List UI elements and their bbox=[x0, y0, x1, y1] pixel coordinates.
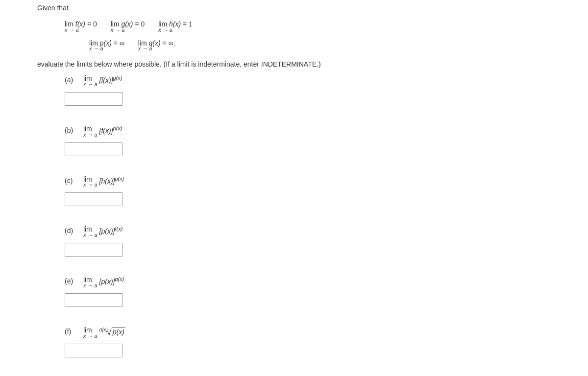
limit-q: lim q(x) = ∞, x → a bbox=[138, 40, 175, 52]
answer-input-c[interactable] bbox=[65, 192, 122, 206]
part-d: (d) lim x → a [p(x)]f(x) bbox=[65, 226, 588, 238]
given-limits-row-2: lim p(x) = ∞ x → a lim q(x) = ∞, x → a bbox=[89, 40, 588, 52]
part-a-lim: lim x → a bbox=[83, 75, 98, 87]
part-b-label: (b) bbox=[65, 125, 81, 134]
evaluate-instruction: evaluate the limits below where possible… bbox=[37, 60, 588, 68]
part-c-exp: p(x) bbox=[115, 176, 124, 182]
part-d-label: (d) bbox=[65, 226, 81, 235]
answer-input-e[interactable] bbox=[65, 293, 122, 307]
part-f-root-index: q(x) bbox=[99, 327, 108, 332]
answer-input-d[interactable] bbox=[65, 243, 122, 257]
part-e-lim: lim x → a bbox=[83, 276, 98, 288]
part-d-exp: f(x) bbox=[115, 226, 122, 232]
part-f-radicand: p(x) bbox=[112, 328, 125, 336]
part-e-label: (e) bbox=[65, 276, 81, 285]
part-c-label: (c) bbox=[65, 176, 81, 185]
answer-input-b[interactable] bbox=[65, 142, 122, 156]
part-b: (b) lim x → a [f(x)]p(x) bbox=[65, 125, 588, 138]
part-d-base: [p(x)] bbox=[99, 227, 115, 235]
limit-p: lim p(x) = ∞ x → a bbox=[89, 40, 124, 52]
part-e-exp: q(x) bbox=[115, 277, 124, 282]
part-a-base: [f(x)] bbox=[99, 76, 113, 84]
limit-h: lim h(x) = 1 x → a bbox=[158, 21, 193, 33]
part-f: (f) lim x → a q(x)√p(x) bbox=[65, 327, 588, 339]
part-b-exp: p(x) bbox=[113, 125, 122, 131]
part-f-lim: lim x → a bbox=[83, 327, 98, 339]
answer-input-a[interactable] bbox=[65, 92, 122, 106]
part-a: (a) lim x → a [f(x)]g(x) bbox=[65, 75, 588, 87]
part-f-root: q(x)√p(x) bbox=[99, 328, 125, 338]
part-a-label: (a) bbox=[65, 75, 81, 84]
part-c: (c) lim x → a [h(x)]p(x) bbox=[65, 176, 588, 188]
part-e: (e) lim x → a [p(x)]q(x) bbox=[65, 276, 588, 288]
part-a-exp: g(x) bbox=[113, 75, 122, 81]
part-b-lim: lim x → a bbox=[83, 125, 98, 138]
part-f-label: (f) bbox=[65, 327, 81, 335]
part-b-base: [f(x)] bbox=[99, 127, 113, 135]
given-that-text: Given that bbox=[37, 4, 588, 12]
part-c-base: [h(x)] bbox=[99, 177, 115, 185]
answer-input-f[interactable] bbox=[65, 344, 122, 357]
limit-g: lim g(x) = 0 x → a bbox=[111, 21, 145, 33]
given-limits-row-1: lim f(x) = 0 x → a lim g(x) = 0 x → a li… bbox=[65, 21, 588, 33]
limit-f: lim f(x) = 0 x → a bbox=[65, 21, 97, 33]
part-d-lim: lim x → a bbox=[83, 226, 98, 238]
part-e-base: [p(x)] bbox=[99, 278, 115, 285]
part-c-lim: lim x → a bbox=[83, 176, 98, 188]
